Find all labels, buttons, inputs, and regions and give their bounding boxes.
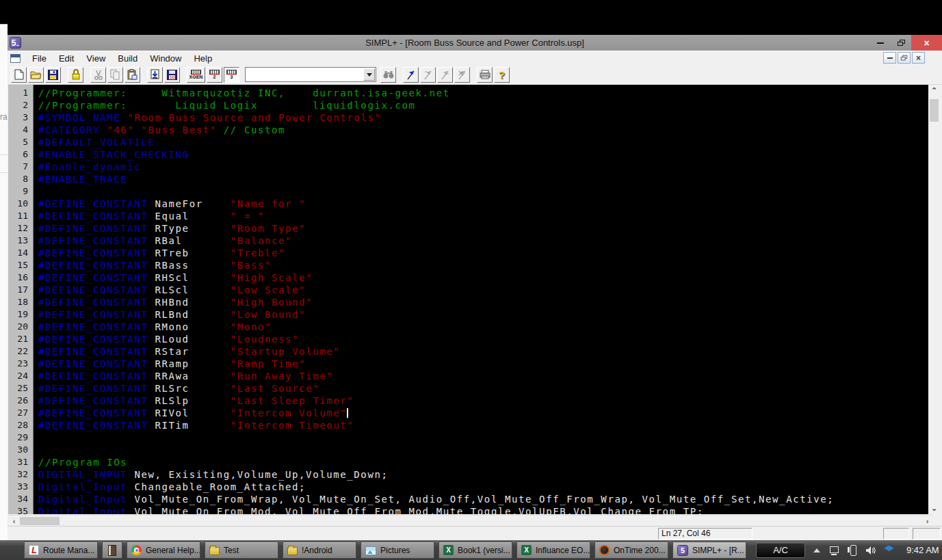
phone-icon[interactable] <box>848 545 857 555</box>
code-line-22[interactable]: #DEFINE_CONSTANT RStar "Startup Volume" <box>38 345 928 358</box>
code-line-14[interactable]: #DEFINE_CONSTANT RTreb "Treble" <box>38 247 928 259</box>
code-line-8[interactable]: #ENABLE_TRACE <box>38 173 928 185</box>
xgen-button[interactable]: XGEN <box>187 67 205 83</box>
code-line-26[interactable]: #DEFINE_CONSTANT RLSlp "Last Sleep Timer… <box>38 395 928 407</box>
menu-build[interactable]: Build <box>112 52 144 65</box>
horizontal-scrollbar-thumb[interactable] <box>20 517 60 525</box>
menu-edit[interactable]: Edit <box>53 52 80 65</box>
menu-file[interactable]: File <box>26 52 53 65</box>
code-line-29[interactable] <box>38 431 928 444</box>
network-icon[interactable] <box>828 546 839 555</box>
code-line-27[interactable]: #DEFINE_CONSTANT RIVol "Intercom Volume" <box>38 407 928 419</box>
code-line-20[interactable]: #DEFINE_CONSTANT RMono "Mono" <box>38 321 928 333</box>
code-line-4[interactable]: #CATEGORY "46" "Buss Best" // Custom <box>38 124 928 136</box>
code-line-7[interactable]: #Enable_dynamic <box>38 161 928 173</box>
code-line-30[interactable] <box>38 444 928 456</box>
bookmark-clear-button[interactable] <box>454 67 470 83</box>
keyboard-3-button[interactable]: 3 <box>224 67 239 83</box>
taskbar-button-simpl[interactable]: 5SIMPL+ - [R... <box>672 542 746 559</box>
taskbar-button-folder[interactable]: Test <box>205 542 278 559</box>
vertical-scrollbar[interactable]: ⌃ ⌄ <box>928 85 940 514</box>
mdi-minimize-button[interactable] <box>883 52 896 64</box>
combobox-dropdown-button[interactable] <box>363 68 375 81</box>
code-line-2[interactable]: //Programmer: Liquid Logix liquidlogix.c… <box>38 99 928 111</box>
code-line-12[interactable]: #DEFINE_CONSTANT RType "Room Type" <box>38 222 928 235</box>
menu-window[interactable]: Window <box>144 52 187 65</box>
code-line-33[interactable]: Digital_Input Changeable_Room_Attached; <box>38 481 928 493</box>
close-button[interactable]: × <box>911 35 942 51</box>
taskbar-button-book[interactable] <box>102 542 122 559</box>
code-line-11[interactable]: #DEFINE_CONSTANT Equal " = " <box>38 210 928 222</box>
new-file-button[interactable] <box>11 67 27 83</box>
taskbar-button-folder[interactable]: !Android <box>283 542 356 559</box>
import-symbol-button[interactable] <box>147 67 163 83</box>
volume-icon[interactable] <box>865 546 876 555</box>
code-line-23[interactable]: #DEFINE_CONSTANT RRamp "Ramp Time" <box>38 358 928 370</box>
background-window-strip[interactable]: ra <box>0 24 8 540</box>
code-line-6[interactable]: #ENABLE_STACK_CHECKING <box>38 148 928 161</box>
scroll-right-arrow[interactable]: › <box>921 516 933 526</box>
taskbar-button-ontime[interactable]: OnTime 200... <box>594 542 668 559</box>
code-line-13[interactable]: #DEFINE_CONSTANT RBal "Balance" <box>38 235 928 247</box>
code-area[interactable]: //Programmer: Witmarquzotiz INC, durrant… <box>34 85 928 514</box>
code-line-10[interactable]: #DEFINE_CONSTANT NameFor "Name for " <box>38 198 928 210</box>
copy-button[interactable] <box>107 67 123 83</box>
dropbox-icon[interactable] <box>884 546 894 555</box>
show-hidden-icons-button[interactable] <box>813 545 820 552</box>
chrome-icon <box>131 545 142 555</box>
document-icon[interactable] <box>10 54 21 63</box>
keyboard-2-button[interactable]: 2 <box>207 67 222 83</box>
code-line-9[interactable] <box>38 185 928 198</box>
scroll-down-arrow[interactable]: ⌄ <box>928 503 940 514</box>
code-line-18[interactable]: #DEFINE_CONSTANT RHBnd "High Bound" <box>38 296 928 308</box>
code-line-17[interactable]: #DEFINE_CONSTANT RLScl "Low Scale" <box>38 284 928 296</box>
code-line-5[interactable]: #DEFAULT_VOLATILE <box>38 136 928 148</box>
mdi-restore-button[interactable] <box>898 52 911 64</box>
save-file-button[interactable] <box>45 67 61 83</box>
menu-help[interactable]: Help <box>187 52 218 65</box>
code-line-28[interactable]: #DEFINE_CONSTANT RITim "Intercom Timeout… <box>38 419 928 431</box>
code-line-1[interactable]: //Programmer: Witmarquzotiz INC, durrant… <box>38 87 928 99</box>
code-line-19[interactable]: #DEFINE_CONSTANT RLBnd "Low Bound" <box>38 308 928 321</box>
code-token: RBass <box>148 260 230 271</box>
bookmark-next-button[interactable] <box>420 67 436 83</box>
menu-view[interactable]: View <box>80 52 112 65</box>
lock-button[interactable] <box>68 67 83 83</box>
search-combobox[interactable] <box>245 67 376 82</box>
horizontal-scrollbar[interactable]: ‹ › <box>8 515 933 526</box>
code-line-31[interactable]: //Program IOs <box>38 456 928 468</box>
code-line-34[interactable]: Digital_Input Vol_Mute_On_From_Wrap, Vol… <box>38 493 928 505</box>
restore-button[interactable] <box>891 35 911 51</box>
open-file-button[interactable] <box>28 67 44 83</box>
code-line-25[interactable]: #DEFINE_CONSTANT RLSrc "Last Source" <box>38 382 928 395</box>
taskbar-button-pictures[interactable]: Pictures <box>361 542 434 559</box>
code-line-24[interactable]: #DEFINE_CONSTANT RRAwa "Run Away Time" <box>38 370 928 382</box>
find-button[interactable] <box>380 67 396 83</box>
code-line-35[interactable]: Digital_Input Vol_Mute_On_From_Mod, Vol_… <box>38 505 928 514</box>
scroll-up-arrow[interactable]: ⌃ <box>928 85 940 96</box>
search-input[interactable] <box>247 68 360 81</box>
bookmark-toggle-button[interactable] <box>403 67 419 83</box>
minimize-button[interactable] <box>870 35 891 51</box>
vertical-scrollbar-thumb[interactable] <box>930 99 939 122</box>
taskbar-button-route-manager[interactable]: Route Mana... <box>24 542 98 559</box>
taskbar-button-excel[interactable]: Book1 (versi... <box>439 542 512 559</box>
language-indicator-button[interactable]: A/C <box>756 542 805 558</box>
title-bar[interactable]: 5+ SIMPL+ - [Room Buss Source and Power … <box>8 35 942 51</box>
code-line-16[interactable]: #DEFINE_CONSTANT RHScl "High Scale" <box>38 271 928 284</box>
help-button[interactable]: ? <box>494 67 510 83</box>
code-line-21[interactable]: #DEFINE_CONSTANT RLoud "Loudness" <box>38 333 928 345</box>
print-button[interactable] <box>477 67 493 83</box>
clock[interactable]: 9:42 AM <box>906 545 939 555</box>
taskbar-button-chrome[interactable]: General Help... <box>127 542 200 559</box>
scroll-left-arrow[interactable]: ‹ <box>8 516 20 526</box>
cut-button[interactable] <box>90 67 106 83</box>
code-line-32[interactable]: DIGITAL_INPUT New, Exisiting,Volume_Up,V… <box>38 468 928 481</box>
paste-button[interactable] <box>125 67 140 83</box>
code-line-15[interactable]: #DEFINE_CONSTANT RBass "Bass" <box>38 259 928 271</box>
taskbar-button-excel[interactable]: Influance EO... <box>516 542 590 559</box>
compile-button[interactable]: 101 <box>164 67 180 83</box>
mdi-close-button[interactable]: × <box>912 52 925 64</box>
bookmark-previous-button[interactable] <box>437 67 453 83</box>
code-line-3[interactable]: #SYMBOL_NAME "Room Buss Source and Power… <box>38 111 928 124</box>
